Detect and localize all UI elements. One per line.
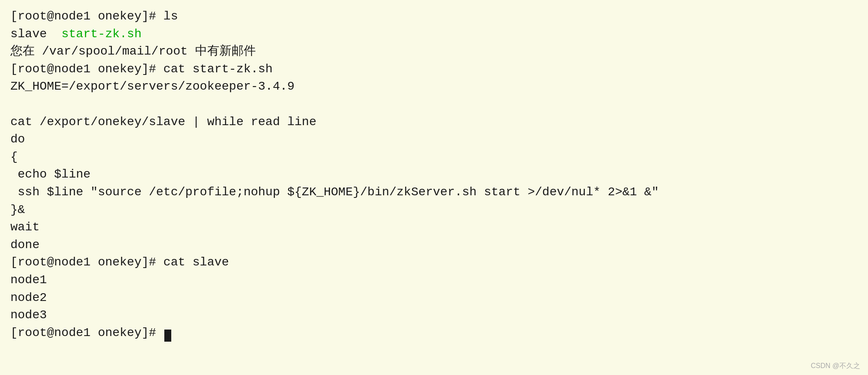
- watermark: CSDN @不久之: [811, 361, 860, 371]
- prompt-text: [root@node1 onekey]#: [10, 326, 163, 339]
- terminal-line-18: node3: [10, 307, 858, 324]
- terminal-line-15: [root@node1 onekey]# cat slave: [10, 254, 858, 272]
- terminal-line-13: wait: [10, 219, 858, 236]
- terminal-line-17: node2: [10, 289, 858, 307]
- cursor-block: [164, 330, 171, 342]
- slave-text: slave: [10, 27, 62, 41]
- terminal-line-2: slave start-zk.sh: [10, 26, 858, 43]
- terminal-line-6: [10, 96, 858, 113]
- terminal-window: [root@node1 onekey]# ls slave start-zk.s…: [0, 0, 868, 375]
- terminal-line-19: [root@node1 onekey]#: [10, 324, 858, 342]
- terminal-line-16: node1: [10, 272, 858, 289]
- terminal-line-14: done: [10, 236, 858, 254]
- terminal-line-10: echo $line: [10, 166, 858, 184]
- start-zk-text: start-zk.sh: [62, 27, 142, 41]
- terminal-line-11: ssh $line "source /etc/profile;nohup ${Z…: [10, 184, 858, 201]
- terminal-line-8: do: [10, 131, 858, 149]
- terminal-line-4: [root@node1 onekey]# cat start-zk.sh: [10, 61, 858, 78]
- terminal-line-1: [root@node1 onekey]# ls: [10, 8, 858, 26]
- terminal-line-5: ZK_HOME=/export/servers/zookeeper-3.4.9: [10, 78, 858, 96]
- terminal-line-9: {: [10, 149, 858, 166]
- terminal-line-3: 您在 /var/spool/mail/root 中有新邮件: [10, 43, 858, 61]
- terminal-line-7: cat /export/onekey/slave | while read li…: [10, 113, 858, 131]
- terminal-line-12: }&: [10, 201, 858, 219]
